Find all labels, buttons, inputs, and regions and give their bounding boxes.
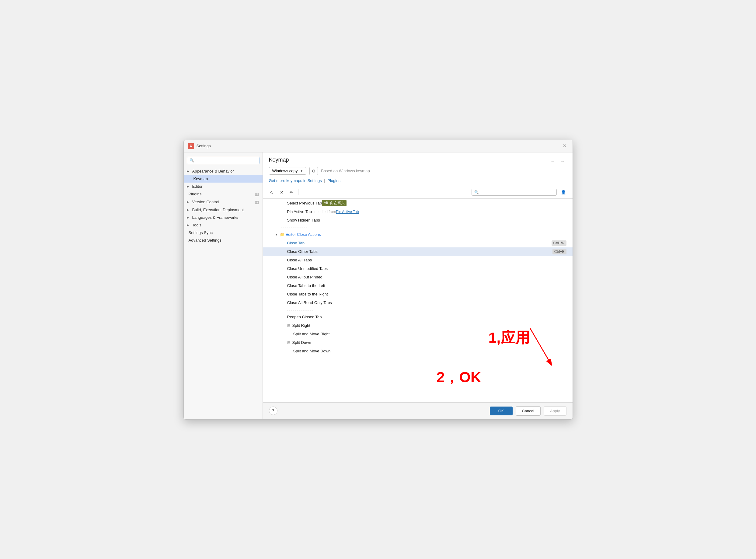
tree-row[interactable]: Close Tab Ctrl+W	[263, 239, 573, 247]
tree-row[interactable]: ⊟ Split Down	[263, 338, 573, 347]
shortcut-badge: Alt+向左箭头	[322, 200, 346, 206]
sidebar-item-languages[interactable]: ▶ Languages & Frameworks	[184, 214, 262, 221]
tree-row[interactable]: Close All Read-Only Tabs	[263, 298, 573, 307]
sidebar-item-plugins[interactable]: Plugins ▦	[184, 190, 262, 198]
tree-row[interactable]: Close All Tabs	[263, 256, 573, 264]
sidebar-item-settings-sync[interactable]: Settings Sync	[184, 229, 262, 237]
inherited-link[interactable]: Pin Active Tab	[336, 210, 359, 214]
inherited-text: inherited from	[314, 210, 336, 214]
tree-row[interactable]: Show Hidden Tabs	[263, 216, 573, 225]
cancel-button[interactable]: Cancel	[516, 406, 541, 416]
keymap-dropdown[interactable]: Windows copy ▼	[269, 167, 307, 175]
sidebar-search-input[interactable]	[195, 158, 257, 163]
plugins-link[interactable]: Plugins	[327, 178, 340, 183]
sidebar-item-advanced[interactable]: Advanced Settings	[184, 237, 262, 244]
sidebar-item-editor[interactable]: ▶ Editor	[184, 183, 262, 190]
row-label: Close Other Tabs	[287, 249, 318, 254]
tree-group-row[interactable]: ▼ 📁 Editor Close Actions	[263, 230, 573, 239]
toolbar: ◇ ✕ ✏ 🔍 👤	[263, 186, 573, 199]
expand-arrow-icon: ▶	[187, 208, 190, 211]
panel-title: Keymap	[269, 157, 289, 163]
row-label: Close All but Pinned	[287, 275, 322, 280]
sidebar-item-build[interactable]: ▶ Build, Execution, Deployment	[184, 206, 262, 214]
tree-row[interactable]: Reopen Closed Tab	[263, 313, 573, 321]
row-label: Close All Tabs	[287, 258, 312, 262]
keymap-description: Based on Windows keymap	[321, 169, 370, 173]
sidebar-item-label: Settings Sync	[189, 230, 213, 235]
toolbar-search-icon: 🔍	[474, 190, 479, 195]
vc-icon: ▦	[255, 200, 259, 204]
dropdown-arrow-icon: ▼	[300, 169, 303, 173]
sidebar-item-label: Version Control	[192, 200, 219, 204]
action-buttons: OK Cancel Apply	[490, 406, 567, 416]
shortcut-label: Ctrl+W	[552, 240, 567, 246]
sidebar-item-label: Plugins	[189, 192, 202, 196]
settings-dialog: ⚙ Settings ✕ 🔍 ▶ Appearance & Behavior K…	[183, 140, 573, 420]
keymap-controls: Windows copy ▼ ⚙ Based on Windows keymap	[269, 167, 567, 175]
toolbar-search-box[interactable]: 🔍	[472, 189, 557, 196]
row-label: Reopen Closed Tab	[287, 315, 322, 319]
main-content: 🔍 ▶ Appearance & Behavior Keymap ▶ Edito…	[184, 153, 573, 419]
ok-button[interactable]: OK	[490, 406, 512, 416]
plugins-icon: ▦	[255, 192, 259, 197]
nav-forward-button[interactable]: →	[559, 158, 567, 165]
row-label: Select Previous Tab	[287, 201, 322, 205]
link-separator: |	[324, 178, 325, 183]
row-label: Close Unmodified Tabs	[287, 266, 328, 271]
apply-button[interactable]: Apply	[544, 406, 567, 416]
sidebar-item-keymap[interactable]: Keymap	[184, 175, 262, 183]
edit-button[interactable]: ✏	[287, 188, 296, 197]
close-button[interactable]: ✕	[561, 142, 568, 150]
tree-row[interactable]: Select Previous Tab Alt+向左箭头	[263, 199, 573, 207]
sidebar-item-label: Keymap	[193, 177, 208, 181]
row-label: Show Hidden Tabs	[287, 218, 320, 222]
tree-row[interactable]: Split and Move Right	[263, 330, 573, 338]
sidebar-item-version-control[interactable]: ▶ Version Control ▦	[184, 198, 262, 206]
expand-arrow-icon: ▶	[187, 223, 190, 227]
row-label: Close Tab	[287, 241, 305, 245]
tree-row[interactable]: Close Tabs to the Left	[263, 282, 573, 290]
tree-row[interactable]: ⊞ Split Right	[263, 321, 573, 330]
toolbar-search-input[interactable]	[480, 190, 554, 195]
search-icon: 🔍	[189, 158, 194, 162]
bottom-bar: ? OK Cancel Apply	[263, 402, 573, 419]
toolbar-separator	[298, 189, 298, 195]
sidebar-item-tools[interactable]: ▶ Tools	[184, 221, 262, 229]
separator-row: --------------	[263, 307, 573, 313]
expand-arrow-icon: ▶	[187, 185, 190, 188]
sidebar-item-label: Editor	[192, 184, 203, 189]
row-label: Split and Move Right	[293, 332, 330, 336]
keymap-links: Get more keymaps in Settings | Plugins	[269, 178, 567, 183]
folder-icon: 📁	[280, 232, 284, 237]
keymap-dropdown-value: Windows copy	[272, 169, 298, 173]
nav-back-button[interactable]: ←	[549, 158, 557, 165]
row-label: Close All Read-Only Tabs	[287, 300, 332, 305]
separator-row: --------------	[263, 225, 573, 230]
tree-row[interactable]: Split and Move Down	[263, 347, 573, 355]
sidebar-item-label: Languages & Frameworks	[192, 215, 238, 220]
sidebar-item-label: Tools	[192, 223, 201, 227]
find-usages-button[interactable]: 👤	[559, 188, 568, 197]
tree-row[interactable]: Close All but Pinned	[263, 273, 573, 282]
get-more-keymaps-link[interactable]: Get more keymaps in Settings	[269, 178, 322, 183]
sidebar-item-label: Appearance & Behavior	[192, 169, 234, 174]
expand-arrow-icon: ▶	[187, 200, 190, 204]
row-label: Pin Active Tab	[287, 209, 312, 214]
expand-arrow-icon: ▶	[187, 216, 190, 219]
row-label: Split Down	[292, 340, 311, 345]
remove-button[interactable]: ✕	[277, 188, 286, 197]
sidebar-item-label: Build, Execution, Deployment	[192, 207, 244, 212]
tree-row[interactable]: Close Tabs to the Right	[263, 290, 573, 298]
tree-row-selected[interactable]: Close Other Tabs Ctrl+E	[263, 247, 573, 256]
reset-button[interactable]: ◇	[268, 188, 276, 197]
tree-row[interactable]: Pin Active Tab inherited from Pin Active…	[263, 207, 573, 216]
sidebar: 🔍 ▶ Appearance & Behavior Keymap ▶ Edito…	[184, 153, 263, 419]
tree-row[interactable]: Close Unmodified Tabs	[263, 264, 573, 273]
help-button[interactable]: ?	[269, 406, 277, 415]
sidebar-search-box[interactable]: 🔍	[187, 157, 259, 164]
sidebar-item-label: Advanced Settings	[189, 238, 222, 243]
keymap-gear-button[interactable]: ⚙	[310, 167, 318, 175]
separator-label: --------------	[281, 225, 308, 230]
sidebar-item-appearance[interactable]: ▶ Appearance & Behavior	[184, 167, 262, 175]
right-panel: Keymap ← → Windows copy ▼ ⚙ Based on Win…	[263, 153, 573, 419]
